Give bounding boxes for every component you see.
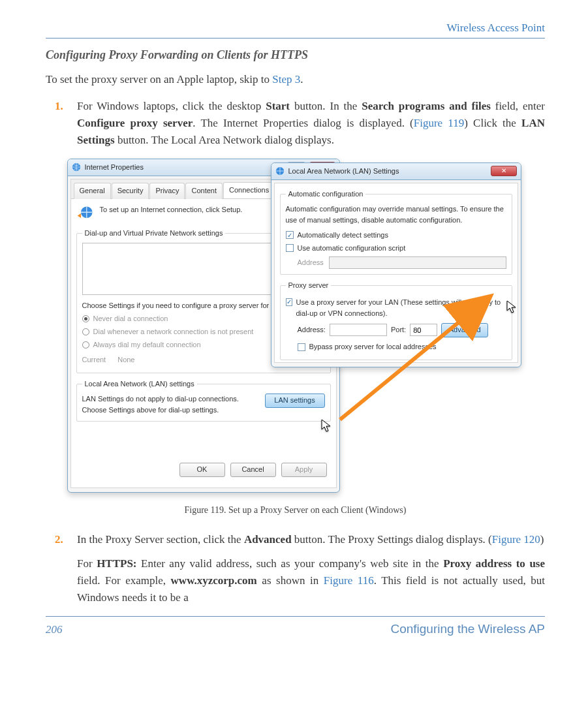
section-heading: Configuring Proxy Forwarding on Clients …: [46, 46, 545, 65]
globe-setup-icon: [76, 204, 95, 223]
dialog-b-title: Local Area Network (LAN) Settings: [288, 166, 487, 177]
running-head: Wireless Access Point: [46, 20, 545, 37]
close-button[interactable]: ✕: [491, 166, 517, 176]
link-figure-116[interactable]: Figure 116: [324, 574, 374, 587]
tab-privacy[interactable]: Privacy: [149, 183, 185, 199]
step-2-number: 2.: [55, 531, 63, 548]
proxy-address-label: Address:: [298, 324, 326, 335]
figure-119: Internet Properties ? ✕ General Security…: [67, 159, 524, 498]
current-value: None: [117, 354, 134, 365]
lan-text: LAN Settings do not apply to dial-up con…: [82, 394, 260, 416]
proxy-legend: Proxy server: [286, 280, 332, 291]
ok-button[interactable]: OK: [179, 463, 225, 477]
globe-icon: [72, 162, 81, 172]
tab-connections[interactable]: Connections: [223, 182, 275, 198]
cancel-button[interactable]: Cancel: [230, 463, 276, 477]
header-rule: [46, 38, 545, 39]
link-figure-119[interactable]: Figure 119: [414, 117, 464, 129]
globe-icon: [275, 166, 285, 176]
step-1-number: 1.: [55, 98, 63, 115]
apply-button[interactable]: Apply: [281, 463, 327, 477]
step-1: 1. For Windows laptops, click the deskto…: [77, 98, 545, 149]
lan-settings-button[interactable]: LAN settings: [265, 394, 325, 408]
lan-group: Local Area Network (LAN) settings LAN Se…: [76, 379, 331, 422]
footer-section: Configuring the Wireless AP: [390, 619, 545, 638]
current-label: Current: [82, 354, 106, 365]
link-step3[interactable]: Step 3: [272, 73, 300, 85]
port-field[interactable]: [410, 324, 437, 336]
check-use-proxy[interactable]: Use a proxy server for your LAN (These s…: [286, 297, 506, 319]
proxy-server-group: Proxy server Use a proxy server for your…: [280, 280, 512, 360]
page-footer: 206 Configuring the Wireless AP: [46, 619, 545, 638]
dialog-a-title: Internet Properties: [85, 162, 283, 173]
intro-paragraph: To set the proxy server on an Apple lapt…: [46, 71, 545, 88]
tab-content[interactable]: Content: [185, 183, 223, 199]
lan-settings-dialog: Local Area Network (LAN) Settings ✕ Auto…: [271, 162, 521, 367]
lan-legend: Local Area Network (LAN) settings: [82, 379, 197, 390]
step-2: 2. In the Proxy Server section, click th…: [77, 531, 545, 606]
address-label: Address: [298, 257, 324, 268]
connections-listbox[interactable]: [82, 243, 303, 295]
port-label: Port:: [391, 324, 406, 335]
dialup-legend: Dial-up and Virtual Private Network sett…: [82, 228, 226, 239]
check-auto-detect[interactable]: Automatically detect settings: [286, 230, 506, 241]
proxy-address-field[interactable]: [330, 324, 387, 336]
link-figure-120[interactable]: Figure 120: [492, 533, 540, 546]
figure-caption: Figure 119. Set up a Proxy Server on eac…: [46, 503, 545, 518]
auto-address-field: [329, 256, 506, 269]
footer-rule: [46, 616, 545, 617]
check-auto-script[interactable]: Use automatic configuration script: [286, 243, 506, 254]
tab-general[interactable]: General: [74, 183, 111, 199]
check-bypass-local[interactable]: Bypass proxy server for local addresses: [298, 341, 506, 352]
tab-security[interactable]: Security: [112, 183, 149, 199]
advanced-button[interactable]: Advanced: [441, 323, 488, 337]
auto-config-legend: Automatic configuration: [286, 189, 366, 200]
page-number: 206: [46, 621, 63, 638]
auto-config-group: Automatic configuration Automatic config…: [280, 189, 512, 275]
auto-config-text: Automatic configuration may override man…: [286, 204, 506, 226]
